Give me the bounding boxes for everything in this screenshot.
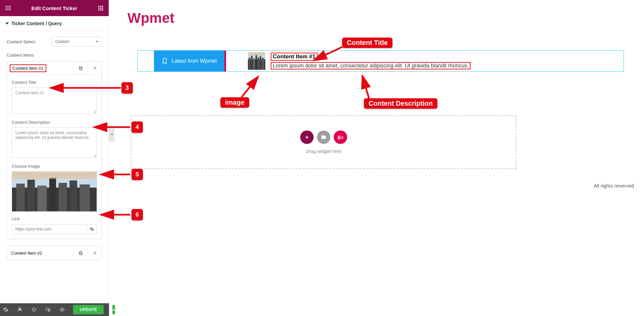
dropzone-hint: Drag widget here: [306, 149, 342, 154]
content-items-label: Content Items: [7, 53, 102, 58]
sidebar-title: Edit Content Ticker: [12, 5, 97, 11]
content-ticker-widget[interactable]: Latest from Wpmet Content Item #1 Lorem …: [138, 50, 624, 72]
repeater-item-2-title: Content Item #2: [10, 251, 44, 256]
svg-rect-26: [80, 252, 83, 255]
repeater-item-1-header[interactable]: Content Item #1: [7, 61, 102, 75]
remove-item-button[interactable]: [88, 61, 102, 75]
svg-rect-19: [98, 9, 99, 10]
responsive-icon[interactable]: [45, 307, 51, 313]
menu-icon[interactable]: [4, 4, 12, 12]
svg-rect-13: [98, 6, 99, 7]
bookmark-icon: [161, 58, 168, 64]
repeater-item-2-header[interactable]: Content Item #2: [7, 246, 102, 260]
annotation-content-description: Content Description: [364, 98, 437, 109]
panel-collapse-handle[interactable]: ◂: [109, 126, 114, 142]
editor-footer: UPDATE: [0, 303, 109, 316]
svg-rect-27: [79, 251, 82, 254]
panel-body: Content Select Custom Content Items Cont…: [0, 31, 109, 316]
content-description-input[interactable]: [12, 127, 97, 158]
link-input[interactable]: [12, 224, 87, 234]
svg-rect-17: [100, 8, 101, 9]
remove-item-2-button[interactable]: [88, 246, 102, 260]
svg-rect-14: [100, 6, 101, 7]
svg-rect-18: [102, 8, 103, 9]
content-select-value: Custom: [55, 39, 69, 44]
section-toggle[interactable]: Ticker Content / Query: [0, 16, 109, 31]
annotation-image: image: [220, 97, 249, 108]
elementskit-button[interactable]: E<: [334, 130, 347, 144]
duplicate-item-2-button[interactable]: [73, 246, 88, 260]
ticker-label-text: Latest from Wpmet: [171, 58, 217, 64]
preview-icon[interactable]: [59, 307, 65, 313]
editor-sidebar: Edit Content Ticker Ticker Content / Que…: [0, 0, 109, 316]
svg-point-33: [61, 309, 63, 310]
add-template-button[interactable]: [317, 130, 330, 144]
annotation-step-6: 6: [131, 209, 143, 220]
link-label: Link: [12, 216, 97, 221]
content-title-label: Content Title: [12, 80, 97, 85]
brand-title: Wpmet: [127, 10, 637, 26]
update-button[interactable]: UPDATE: [73, 305, 104, 314]
ticker-label: Latest from Wpmet: [154, 51, 224, 71]
add-section-button[interactable]: +: [300, 130, 314, 144]
duplicate-item-button[interactable]: [73, 61, 88, 75]
apps-icon[interactable]: [97, 4, 105, 12]
ticker-content-description: Lorem ipsum dolor sit amet, consectetur …: [271, 62, 471, 69]
sidebar-header: Edit Content Ticker: [0, 0, 109, 16]
ticker-content-title: Content Item #1: [271, 53, 318, 61]
svg-rect-23: [79, 66, 82, 69]
content-title-input[interactable]: [12, 88, 97, 114]
folder-icon: [321, 134, 327, 140]
repeater-item-1: Content Item #1 Content Title Content De…: [7, 61, 102, 239]
navigator-icon[interactable]: [17, 307, 23, 313]
annotation-content-title: Content Title: [342, 38, 392, 48]
ticker-prev-button[interactable]: [138, 51, 154, 71]
page-footer-text: All rights reserved: [594, 183, 634, 189]
annotation-step-4: 4: [131, 121, 143, 133]
repeater-item-1-title: Content Item #1: [10, 64, 46, 72]
repeater-item-2: Content Item #2: [7, 246, 102, 260]
svg-rect-10: [5, 6, 11, 7]
settings-icon[interactable]: [3, 307, 9, 313]
choose-image-button[interactable]: [12, 171, 97, 212]
annotation-step-3: 3: [121, 82, 133, 94]
update-options-button[interactable]: [112, 305, 115, 314]
chevron-down-icon: [96, 41, 98, 43]
content-description-label: Content Description: [12, 120, 97, 125]
ticker-body: Content Item #1 Lorem ipsum dolor sit am…: [224, 51, 624, 71]
content-select-dropdown[interactable]: Custom: [52, 37, 102, 47]
svg-rect-22: [80, 67, 83, 70]
link-options-button[interactable]: [87, 224, 97, 234]
svg-rect-20: [100, 9, 101, 10]
caret-down-icon: [5, 22, 9, 24]
choose-image-label: Choose Image: [12, 164, 97, 169]
content-select-label: Content Select: [7, 39, 35, 44]
ticker-image: [248, 52, 265, 70]
annotation-step-5: 5: [131, 169, 143, 180]
widget-dropzone[interactable]: + E< Drag widget here: [131, 115, 517, 169]
svg-rect-16: [98, 8, 99, 9]
svg-rect-12: [5, 10, 11, 10]
history-icon[interactable]: [31, 307, 37, 313]
section-title: Ticker Content / Query: [11, 21, 62, 26]
svg-rect-11: [5, 8, 11, 8]
repeater-item-1-content: Content Title Content Description Choose…: [7, 75, 102, 239]
svg-rect-21: [102, 9, 103, 10]
svg-rect-15: [102, 6, 103, 7]
